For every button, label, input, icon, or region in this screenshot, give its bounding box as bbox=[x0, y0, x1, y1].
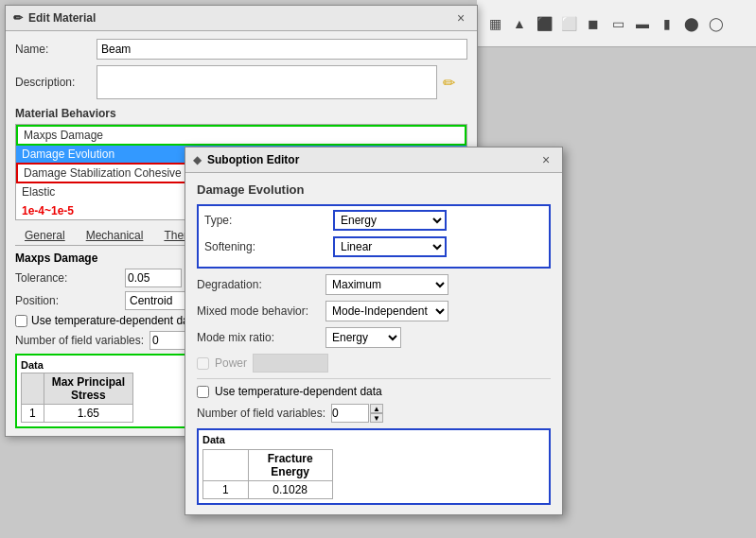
mixed-mode-label: Mixed mode behavior: bbox=[197, 304, 320, 318]
sub-data-table: FractureEnergy 1 0.1028 bbox=[202, 449, 333, 499]
toolbar-icon-7[interactable]: ▬ bbox=[632, 13, 653, 34]
sub-temp-dep-row: Use temperature-dependent data bbox=[197, 385, 551, 398]
sub-row-fracture-value[interactable]: 0.1028 bbox=[248, 481, 332, 499]
mixed-mode-select[interactable]: Mode-Independent BK Reeder Tabular bbox=[325, 301, 448, 321]
toolbar-icon-5[interactable]: ◼ bbox=[583, 13, 604, 34]
description-input[interactable] bbox=[97, 65, 437, 99]
suboption-dialog: ◆ Suboption Editor × Damage Evolution Ty… bbox=[185, 147, 563, 515]
suboption-titlebar: ◆ Suboption Editor × bbox=[185, 148, 562, 173]
sub-col-num-header bbox=[203, 450, 249, 481]
toolbar-icon-1[interactable]: ▦ bbox=[484, 13, 505, 34]
data-table: Max PrincipalStress 1 1.65 bbox=[21, 373, 133, 423]
sub-field-vars-label: Number of field variables: bbox=[197, 407, 325, 420]
degradation-row: Degradation: Maximum Multiplicative bbox=[197, 274, 551, 295]
edit-material-close-button[interactable]: × bbox=[452, 9, 469, 26]
tolerance-label: Tolerance: bbox=[15, 271, 119, 285]
toolbar-icon-8[interactable]: ▮ bbox=[657, 13, 677, 34]
col-num-header bbox=[22, 373, 44, 405]
suboption-close-button[interactable]: × bbox=[537, 151, 554, 168]
softening-label: Softening: bbox=[204, 240, 327, 253]
mode-mix-label: Mode mix ratio: bbox=[197, 331, 320, 344]
edit-material-titlebar: ✏ Edit Material × bbox=[6, 6, 477, 31]
power-input bbox=[253, 354, 328, 373]
type-row: Type: Energy Displacement bbox=[204, 210, 543, 231]
toolbar-icon-4[interactable]: ⬜ bbox=[558, 13, 579, 34]
softening-row: Softening: Linear Exponential Tabular bbox=[204, 236, 543, 257]
toolbar-icon-6[interactable]: ▭ bbox=[607, 13, 628, 34]
table-row: 1 1.65 bbox=[22, 405, 133, 423]
temp-dep-checkbox[interactable] bbox=[15, 315, 27, 327]
edit-material-icon: ✏ bbox=[13, 11, 23, 25]
temp-dep-label: Use temperature-dependent da bbox=[31, 314, 189, 327]
description-label: Description: bbox=[15, 76, 91, 89]
suboption-icon: ◆ bbox=[193, 153, 202, 166]
toolbar-icon-2[interactable]: ▲ bbox=[509, 13, 530, 34]
sub-table-row: 1 0.1028 bbox=[203, 481, 333, 499]
mode-mix-row: Mode mix ratio: Energy Traction bbox=[197, 327, 551, 348]
sub-data-label: Data bbox=[202, 434, 545, 445]
behaviors-label: Material Behaviors bbox=[15, 107, 467, 120]
type-softening-group: Type: Energy Displacement Softening: Lin… bbox=[197, 204, 551, 269]
power-checkbox[interactable] bbox=[197, 357, 209, 370]
toolbar-icon-3[interactable]: ⬛ bbox=[534, 13, 554, 34]
spin-buttons: ▲ ▼ bbox=[370, 404, 383, 423]
mode-mix-select[interactable]: Energy Traction bbox=[325, 327, 401, 348]
toolbar-icon-10[interactable]: ◯ bbox=[706, 13, 727, 34]
sub-data-section: Data FractureEnergy 1 0.1028 bbox=[197, 428, 551, 505]
toolbar: ▦ ▲ ⬛ ⬜ ◼ ▭ ▬ ▮ ⬤ ◯ bbox=[477, 0, 756, 47]
sub-row-num: 1 bbox=[203, 481, 249, 499]
power-row: Power bbox=[197, 354, 551, 373]
name-input[interactable] bbox=[97, 39, 467, 60]
col-stress-header: Max PrincipalStress bbox=[44, 373, 132, 405]
tab-mechanical[interactable]: Mechanical bbox=[77, 226, 153, 245]
row-stress-value[interactable]: 1.65 bbox=[44, 405, 132, 423]
softening-select[interactable]: Linear Exponential Tabular bbox=[333, 236, 447, 257]
tolerance-input[interactable] bbox=[125, 269, 182, 287]
degradation-select[interactable]: Maximum Multiplicative bbox=[325, 274, 448, 295]
sub-temp-dep-label: Use temperature-dependent data bbox=[215, 385, 382, 398]
field-vars-label: Number of field variables: bbox=[15, 334, 144, 347]
spin-down-button[interactable]: ▼ bbox=[370, 413, 383, 423]
type-label: Type: bbox=[204, 214, 327, 227]
spin-up-button[interactable]: ▲ bbox=[370, 404, 383, 413]
sub-field-vars-row: Number of field variables: ▲ ▼ bbox=[197, 404, 551, 423]
degradation-label: Degradation: bbox=[197, 278, 320, 291]
suboption-body: Damage Evolution Type: Energy Displaceme… bbox=[185, 173, 562, 514]
row-num: 1 bbox=[22, 405, 44, 423]
toolbar-icon-9[interactable]: ⬤ bbox=[681, 13, 702, 34]
suboption-title: Suboption Editor bbox=[207, 153, 299, 166]
position-label: Position: bbox=[15, 294, 119, 307]
sub-field-vars-input[interactable] bbox=[331, 404, 369, 423]
behavior-maxps[interactable]: Maxps Damage bbox=[16, 125, 466, 146]
tab-general[interactable]: General bbox=[15, 226, 75, 245]
type-select[interactable]: Energy Displacement bbox=[333, 210, 447, 231]
mixed-mode-row: Mixed mode behavior: Mode-Independent BK… bbox=[197, 301, 551, 321]
damage-evolution-title: Damage Evolution bbox=[197, 182, 551, 197]
power-label: Power bbox=[215, 356, 247, 370]
name-row: Name: bbox=[15, 39, 467, 60]
description-row: Description: ✏ bbox=[15, 65, 467, 99]
sub-temp-dep-checkbox[interactable] bbox=[197, 386, 209, 398]
sub-col-fracture-header: FractureEnergy bbox=[248, 450, 332, 481]
name-label: Name: bbox=[15, 43, 91, 56]
pencil-icon[interactable]: ✏ bbox=[443, 74, 455, 92]
edit-material-title: Edit Material bbox=[28, 11, 96, 25]
